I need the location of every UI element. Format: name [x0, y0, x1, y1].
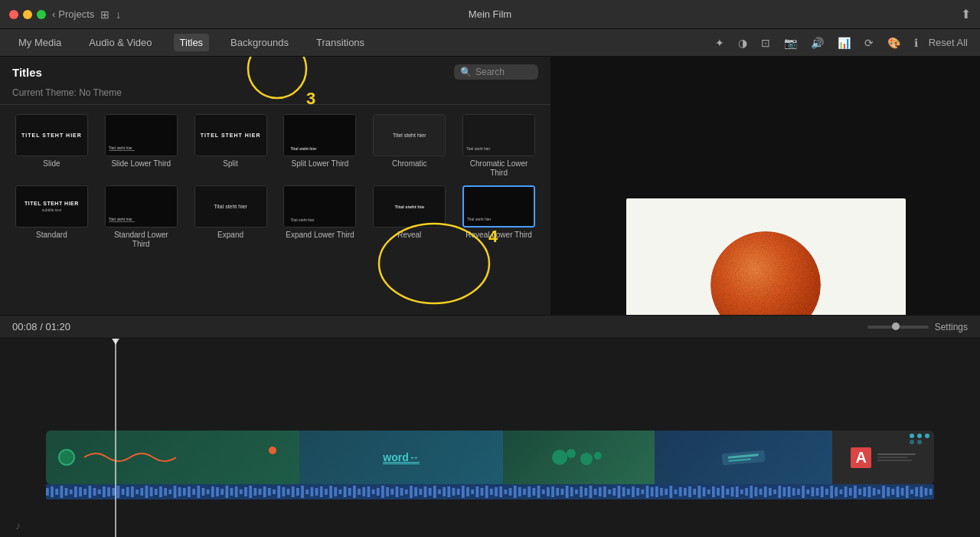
speed-icon[interactable]: ⟳: [861, 35, 877, 51]
svg-rect-130: [575, 490, 578, 494]
nav-audio-video[interactable]: Audio & Video: [83, 34, 158, 51]
svg-rect-151: [675, 490, 678, 494]
svg-rect-194: [877, 490, 880, 494]
close-button[interactable]: [9, 10, 18, 19]
toolbar: My Media Audio & Video Titles Background…: [0, 29, 980, 57]
svg-rect-97: [419, 489, 422, 495]
svg-rect-105: [457, 489, 460, 495]
thumb-slide-lower-third: Titel steht hier: [105, 114, 178, 156]
svg-point-16: [580, 453, 593, 465]
svg-rect-125: [551, 486, 554, 497]
title-item-split[interactable]: TITEL STEHT HIER Split: [190, 114, 272, 178]
title-item-chromatic[interactable]: Titel steht hier Chromatic: [368, 114, 450, 178]
traffic-lights: [9, 10, 46, 19]
settings-button[interactable]: Settings: [935, 322, 968, 332]
svg-rect-121: [533, 488, 536, 496]
title-item-expand[interactable]: Tital steht hier Expand: [190, 185, 272, 249]
svg-rect-39: [145, 486, 149, 498]
track-segment-1: [46, 431, 299, 484]
share-icon[interactable]: ⬆: [961, 7, 971, 21]
svg-rect-31: [107, 487, 110, 496]
thumb-expand: Tital steht hier: [194, 185, 267, 228]
nav-my-media[interactable]: My Media: [12, 34, 67, 51]
search-input[interactable]: [475, 67, 537, 77]
title-item-reveal-lower-third[interactable]: Tital steht hier Reveal Lower Third: [458, 185, 540, 249]
title-item-standard-lower-third[interactable]: Titel steht hier Standard Lower Third: [100, 185, 182, 249]
svg-rect-205: [929, 489, 933, 495]
timeline-track[interactable]: word↔: [46, 431, 934, 484]
svg-rect-104: [452, 488, 456, 496]
panel-title: Titles: [12, 66, 42, 79]
nav-transitions[interactable]: Transitions: [310, 34, 371, 51]
svg-rect-78: [329, 486, 332, 498]
thumb-reveal-lower-third: Tital steht hier: [462, 185, 535, 228]
svg-rect-46: [178, 487, 181, 496]
svg-rect-197: [891, 489, 894, 495]
svg-rect-204: [925, 488, 928, 496]
svg-point-14: [552, 450, 567, 465]
chart-icon[interactable]: 📊: [835, 35, 854, 51]
svg-rect-29: [98, 490, 101, 494]
nav-backgrounds[interactable]: Backgrounds: [224, 34, 295, 51]
svg-rect-23: [70, 490, 73, 494]
titlebar: ‹ Projects ⊞ ↓ Mein Film ⬆: [0, 0, 980, 29]
svg-rect-79: [334, 487, 337, 496]
toolbar-nav: My Media Audio & Video Titles Background…: [12, 34, 371, 51]
title-item-slide-lower-third[interactable]: Titel steht hier Slide Lower Third: [100, 114, 182, 178]
svg-rect-158: [707, 490, 710, 494]
thumb-split: TITEL STEHT HIER: [194, 114, 267, 156]
title-item-reveal[interactable]: Tital steht hie Reveal: [368, 185, 450, 249]
nav-titles[interactable]: Titles: [174, 34, 210, 51]
svg-rect-36: [131, 486, 134, 497]
svg-rect-156: [697, 486, 701, 498]
svg-rect-133: [590, 486, 593, 498]
title-item-chromatic-lower-third[interactable]: Titel steht hier Chromatic Lower Third: [458, 114, 540, 178]
svg-rect-132: [584, 488, 587, 496]
zoom-slider[interactable]: [867, 326, 929, 329]
theme-label: Current Theme: No Theme: [0, 84, 550, 105]
title-item-expand-lower-third[interactable]: Tital steht hier Expand Lower Third: [279, 185, 361, 249]
svg-point-9: [776, 283, 778, 285]
maximize-button[interactable]: [37, 10, 46, 19]
svg-rect-182: [821, 486, 824, 497]
title-item-standard[interactable]: TITEL STEHT HIER subtitle text Standard: [11, 185, 93, 249]
add-clip-icon[interactable]: ↓: [116, 8, 121, 21]
svg-rect-145: [646, 486, 649, 498]
svg-rect-147: [655, 486, 658, 497]
camera-icon[interactable]: 📷: [781, 35, 800, 51]
svg-rect-102: [443, 487, 446, 496]
svg-rect-66: [273, 490, 276, 494]
svg-rect-76: [320, 486, 323, 497]
svg-rect-142: [632, 486, 635, 497]
title-item-split-lower-third[interactable]: Tital steht hier Split Lower Third: [279, 114, 361, 178]
svg-rect-107: [466, 487, 469, 496]
color-icon[interactable]: ◑: [735, 35, 750, 51]
audio-icon[interactable]: 🔊: [808, 35, 827, 51]
svg-point-4: [773, 269, 774, 270]
svg-rect-138: [612, 488, 616, 496]
svg-point-15: [567, 449, 576, 458]
svg-rect-113: [495, 487, 498, 496]
svg-point-2: [746, 273, 747, 274]
crop-icon[interactable]: ⊡: [758, 35, 773, 51]
minimize-button[interactable]: [23, 10, 32, 19]
svg-rect-119: [523, 489, 526, 495]
svg-rect-186: [840, 490, 843, 494]
svg-rect-18: [46, 488, 49, 496]
search-box[interactable]: 🔍: [454, 64, 538, 80]
svg-rect-27: [89, 486, 92, 498]
back-button[interactable]: ‹ Projects: [52, 8, 94, 20]
svg-rect-64: [263, 486, 266, 497]
svg-rect-86: [368, 486, 371, 497]
add-to-library-icon[interactable]: ⊞: [100, 8, 109, 21]
reset-all-button[interactable]: Reset All: [929, 37, 968, 48]
title-item-slide[interactable]: TITEL STEHT HIER Slide: [11, 114, 93, 178]
letter-a-icon: A: [851, 447, 871, 468]
info-icon[interactable]: ℹ: [911, 35, 921, 51]
colorize-icon[interactable]: 🎨: [884, 35, 903, 51]
svg-point-3: [757, 260, 760, 263]
magic-wand-icon[interactable]: ✦: [712, 35, 727, 51]
svg-rect-137: [608, 490, 611, 494]
svg-rect-98: [424, 486, 427, 497]
svg-rect-136: [603, 486, 606, 497]
